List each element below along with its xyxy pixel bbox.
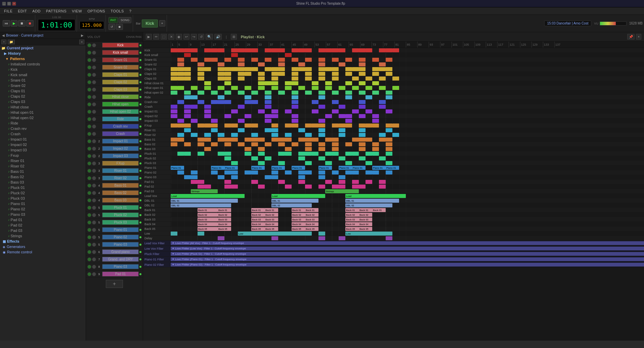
playlist-block[interactable] [245, 95, 251, 99]
playlist-block[interactable] [332, 100, 339, 104]
playlist-block[interactable]: Back 01 [359, 208, 372, 212]
channel-kick-small[interactable]: Kick small [86, 49, 143, 56]
playlist-block[interactable] [184, 48, 191, 52]
playlist-block[interactable] [339, 86, 345, 90]
playlist-block[interactable] [359, 128, 366, 132]
playlist-block[interactable] [271, 138, 278, 142]
playlist-block[interactable] [318, 58, 325, 62]
playlist-block[interactable] [265, 156, 271, 160]
channel-crash[interactable]: Crash [86, 130, 143, 138]
ch-name-grand-dry[interactable]: Grand. and DRY [102, 257, 139, 262]
playlist-block[interactable] [245, 138, 251, 142]
playlist-block[interactable] [204, 105, 211, 109]
playlist-block[interactable] [332, 147, 339, 151]
playlist-block[interactable] [177, 170, 184, 175]
grid-row[interactable] [171, 81, 644, 86]
browser-add-button[interactable]: + [1, 40, 6, 44]
playlist-block[interactable] [278, 142, 285, 146]
playlist-block[interactable] [352, 67, 359, 71]
playlist-block[interactable] [191, 175, 198, 179]
playlist-block[interactable] [372, 58, 379, 62]
playlist-block[interactable] [184, 105, 191, 109]
grid-row[interactable]: Back 03Back 03Back 03Back 03Back 03Back … [171, 217, 644, 222]
playlist-block[interactable] [245, 123, 251, 128]
playlist-block[interactable]: Back 01 [218, 208, 231, 212]
playlist-block[interactable]: Lead [171, 194, 245, 198]
grid-row[interactable] [171, 95, 644, 100]
playlist-block[interactable] [312, 86, 318, 90]
playlist-block[interactable] [231, 175, 238, 179]
playlist-block[interactable]: Lead [271, 194, 325, 198]
playlist-block[interactable] [285, 109, 292, 113]
playlist-block[interactable] [191, 86, 198, 90]
playlist-block[interactable] [339, 180, 345, 184]
playlist-block[interactable] [211, 170, 218, 175]
ch-name-ride[interactable]: Ride [102, 116, 139, 121]
playlist-block[interactable]: Back 02 [218, 213, 231, 217]
playlist-block[interactable] [325, 81, 332, 85]
playlist-block[interactable]: Back 04 [265, 222, 278, 226]
playlist-block[interactable] [211, 48, 218, 52]
playlist-block[interactable] [366, 86, 372, 90]
ch-name-crash-rev[interactable]: Crash rev [102, 124, 139, 129]
playlist-block[interactable] [245, 100, 251, 104]
grid-row[interactable] [171, 123, 644, 128]
playlist-block[interactable] [218, 152, 224, 156]
playlist-block[interactable] [278, 161, 285, 165]
record-button[interactable]: ⏺ [26, 20, 34, 27]
playlist-block[interactable] [171, 67, 177, 71]
playlist-block[interactable] [278, 72, 285, 76]
grid-row[interactable] [171, 57, 644, 62]
grid-row[interactable] [171, 175, 644, 180]
tree-leaf-impact-02[interactable]: ♪ Impact 02 [0, 142, 86, 147]
playlist-block[interactable] [325, 86, 332, 90]
playlist-block[interactable] [271, 133, 278, 137]
ch-name-crash[interactable]: Crash [102, 131, 139, 136]
grid-row[interactable] [171, 109, 644, 114]
playlist-block[interactable] [305, 67, 312, 71]
playlist-block[interactable] [271, 81, 278, 85]
grid-row[interactable] [171, 53, 644, 57]
playlist-block[interactable] [292, 67, 298, 71]
channel-impact-01[interactable]: 2 Impact 01 [86, 138, 143, 145]
playlist-block[interactable] [386, 236, 392, 240]
playlist-block[interactable] [298, 156, 305, 160]
ch-name-piano01[interactable]: Piano 01 [102, 227, 139, 232]
playlist-block[interactable] [345, 161, 352, 165]
channel-kick[interactable]: Kick [86, 42, 143, 49]
playlist-block[interactable] [184, 77, 191, 81]
playlist-select-btn[interactable]: ⬚ [161, 34, 167, 40]
playlist-block[interactable] [305, 58, 312, 62]
channel-claps-02[interactable]: Claps 02 [86, 79, 143, 86]
playlist-block[interactable] [231, 170, 238, 175]
playlist-block[interactable] [285, 185, 292, 189]
playlist-block[interactable]: Back 03 [198, 217, 218, 221]
playlist-close-btn[interactable]: × [636, 34, 641, 40]
playlist-block[interactable] [245, 147, 251, 151]
playlist-block[interactable] [204, 133, 211, 137]
grid-row[interactable]: DBL 01DBL 01DBL 01 [171, 198, 644, 203]
playlist-block[interactable] [238, 105, 245, 109]
channel-ride[interactable]: Ride [86, 115, 143, 123]
playlist-block[interactable] [211, 128, 218, 132]
playlist-block[interactable] [204, 86, 211, 90]
playlist-block[interactable] [318, 48, 325, 52]
playlist-block[interactable] [352, 170, 359, 175]
playlist-block[interactable] [204, 114, 211, 118]
channel-snare-02[interactable]: Snare 02 [86, 64, 143, 71]
playlist-block[interactable] [224, 81, 231, 85]
grid-row[interactable] [171, 161, 644, 165]
playlist-block[interactable] [265, 58, 271, 62]
playlist-block[interactable] [258, 152, 265, 156]
playlist-block[interactable] [318, 77, 325, 81]
ch-name-bass02[interactable]: Bass 02 [102, 190, 139, 195]
playlist-block[interactable] [231, 86, 238, 90]
playlist-block[interactable] [366, 180, 372, 184]
tree-leaf-riser-01[interactable]: ♪ Riser 01 [0, 158, 86, 163]
playlist-block[interactable] [177, 67, 184, 71]
browser-folder-button[interactable]: 📁 [8, 40, 15, 44]
playlist-block[interactable] [345, 72, 352, 76]
playlist-block[interactable] [204, 147, 211, 151]
playlist-block[interactable] [171, 142, 177, 146]
playlist-block[interactable] [292, 77, 298, 81]
